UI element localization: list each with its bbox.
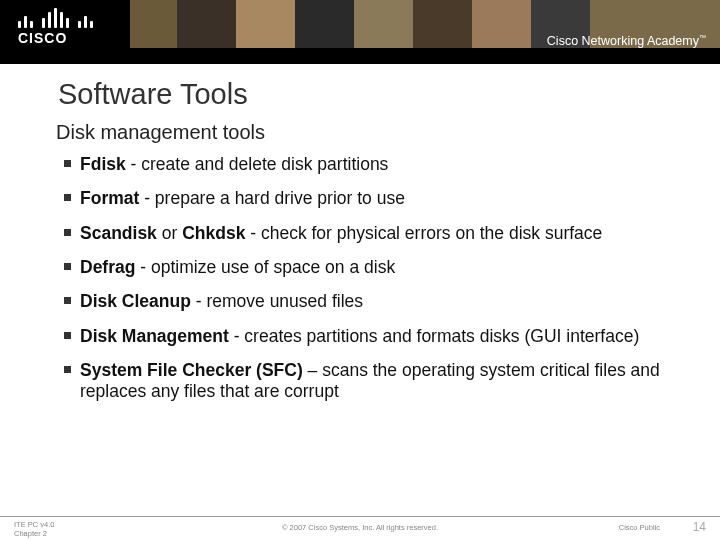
footer-course: ITE PC v4.0: [14, 520, 54, 529]
cisco-logo-text: CISCO: [18, 30, 118, 46]
slide-footer: ITE PC v4.0 Chapter 2 © 2007 Cisco Syste…: [0, 516, 720, 540]
bullet-bold: Disk Management: [80, 326, 229, 346]
cisco-logo: CISCO: [18, 8, 118, 52]
bullet-item: System File Checker (SFC) – scans the op…: [64, 360, 680, 403]
bullet-item: Disk Management - creates partitions and…: [64, 326, 680, 347]
trademark-icon: ™: [699, 34, 706, 41]
cisco-logo-icon: [18, 8, 118, 28]
footer-left: ITE PC v4.0 Chapter 2: [14, 520, 54, 538]
bullet-text: - remove unused files: [191, 291, 363, 311]
bullet-bold: System File Checker (SFC): [80, 360, 303, 380]
academy-text: Cisco Networking Academy: [547, 34, 699, 48]
bullet-text: - create and delete disk partitions: [126, 154, 389, 174]
bullet-list: Fdisk - create and delete disk partition…: [64, 154, 680, 403]
bullet-bold: Fdisk: [80, 154, 126, 174]
bullet-item: Format - prepare a hard drive prior to u…: [64, 188, 680, 209]
bullet-text: - optimize use of space on a disk: [135, 257, 395, 277]
footer-copyright: © 2007 Cisco Systems, Inc. All rights re…: [282, 523, 438, 532]
slide-header: CISCO Cisco Networking Academy™: [0, 0, 720, 64]
bullet-item: Disk Cleanup - remove unused files: [64, 291, 680, 312]
slide-subtitle: Disk management tools: [56, 121, 680, 144]
bullet-bold: Defrag: [80, 257, 135, 277]
bullet-item: Fdisk - create and delete disk partition…: [64, 154, 680, 175]
academy-label: Cisco Networking Academy™: [547, 34, 706, 48]
slide-title: Software Tools: [58, 78, 680, 111]
bullet-item: Scandisk or Chkdsk - check for physical …: [64, 223, 680, 244]
bullet-bold: Format: [80, 188, 139, 208]
bullet-bold: Disk Cleanup: [80, 291, 191, 311]
slide-content: Software Tools Disk management tools Fdi…: [58, 78, 680, 416]
footer-page-number: 14: [693, 520, 706, 534]
footer-chapter: Chapter 2: [14, 529, 54, 538]
bullet-item: Defrag - optimize use of space on a disk: [64, 257, 680, 278]
footer-classification: Cisco Public: [619, 523, 660, 532]
bullet-text: - prepare a hard drive prior to use: [139, 188, 405, 208]
bullet-text: - creates partitions and formats disks (…: [229, 326, 639, 346]
